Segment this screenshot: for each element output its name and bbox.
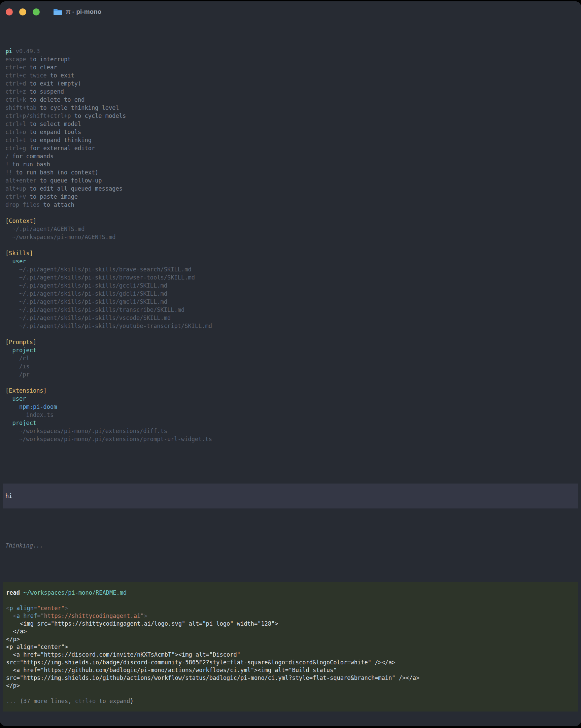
terminal-line: [Extensions] [5,387,581,395]
terminal-line: ~/.pi/agent/AGENTS.md [5,225,581,233]
terminal-line: ctrl+o to expand tools [5,128,581,136]
terminal-line: ctrl+z to suspend [5,87,581,96]
terminal-line: pi v0.49.3 [5,47,581,55]
terminal-content: pi v0.49.3escape to interruptctrl+c to c… [0,22,581,726]
terminal-line: index.ts [5,411,581,419]
terminal-line: escape to interrupt [5,55,581,63]
terminal-line: ~/.pi/agent/skills/pi-skills/vscode/SKIL… [5,314,581,322]
terminal-window: π - pi-mono pi v0.49.3escape to interrup… [0,1,581,726]
terminal-line: /is [5,362,581,370]
terminal-line [5,209,581,217]
terminal-line: [Context] [5,217,581,225]
terminal-line: ~/.pi/agent/skills/pi-skills/brave-searc… [5,265,581,274]
terminal-line: ctrl+c twice to exit [5,71,581,79]
terminal-line: [Skills] [5,249,581,257]
terminal-line: ctrl+c to clear [5,63,581,71]
traffic-lights [6,8,46,16]
thinking-indicator: Thinking... [5,542,581,549]
terminal-line: shift+tab to cycle thinking level [5,104,581,112]
terminal-line: / for commands [5,152,581,160]
window-title: π - pi-mono [65,8,101,16]
terminal-line: ~/.pi/agent/skills/pi-skills/browser-too… [5,274,581,282]
terminal-line: ... (37 more lines, ctrl+o to expand) [6,697,575,705]
zoom-button[interactable] [33,8,40,16]
terminal-line: !! to run bash (no context) [5,168,581,177]
tool-output-read: read ~/workspaces/pi-mono/README.md <p a… [3,582,578,711]
terminal-line: ~/workspaces/pi-mono/.pi/extensions/diff… [5,427,581,435]
user-message-text: hi [5,493,12,499]
terminal-line: ~/.pi/agent/skills/pi-skills/gccli/SKILL… [5,282,581,290]
terminal-line: npm:pi-doom [5,403,581,411]
terminal-line: project [5,419,581,427]
terminal-line: ~/.pi/agent/skills/pi-skills/gdcli/SKILL… [5,290,581,298]
terminal-line [5,379,581,387]
terminal-line: /cl [5,354,581,362]
terminal-line: alt+up to edit all queued messages [5,184,581,192]
terminal-line: src="https://img.shields.io/github/actio… [6,674,575,682]
terminal-line [6,690,575,697]
terminal-line: <a href="https://shittycodingagent.ai"> [6,612,575,620]
terminal-line: user [5,257,581,265]
terminal-line: ~/workspaces/pi-mono/.pi/extensions/prom… [5,435,581,443]
terminal-line: ctrl+d to exit (empty) [5,79,581,87]
terminal-line: ctrl+k to delete to end [5,96,581,104]
terminal-line: [Prompts] [5,338,581,346]
startup-info: pi v0.49.3escape to interruptctrl+c to c… [0,38,581,443]
terminal-line: <p align="center"> [6,604,575,612]
terminal-line: ~/.pi/agent/skills/pi-skills/gmcli/SKILL… [5,298,581,306]
terminal-line: </p> [6,635,575,643]
terminal-line: </a> [6,628,575,635]
close-button[interactable] [6,8,13,16]
terminal-line: <a href="https://github.com/badlogic/pi-… [6,667,575,674]
terminal-line [6,597,575,604]
terminal-line: <img src="https://shittycodingagent.ai/l… [6,620,575,628]
terminal-line: <a href="https://discord.com/invite/nKXT… [6,651,575,659]
user-message: hi [3,484,578,509]
terminal-line: ! to run bash [5,160,581,168]
terminal-line: ~/workspaces/pi-mono/AGENTS.md [5,233,581,241]
terminal-line: ctrl+v to paste image [5,192,581,201]
title-bar[interactable]: π - pi-mono [0,1,581,22]
terminal-line: ~/.pi/agent/skills/pi-skills/youtube-tra… [5,322,581,330]
terminal-line: <p align="center"> [6,643,575,651]
minimize-button[interactable] [19,8,26,16]
terminal-line [5,241,581,249]
terminal-line: ~/.pi/agent/skills/pi-skills/transcribe/… [5,306,581,314]
terminal-line: ctrl+p/shift+ctrl+p to cycle models [5,112,581,120]
terminal-line: user [5,395,581,403]
terminal-line: src="https://img.shields.io/badge/discor… [6,659,575,667]
terminal-line: ctrl+l to select model [5,120,581,128]
terminal-line: read ~/workspaces/pi-mono/README.md [6,589,575,597]
terminal-line: ctrl+t to expand thinking [5,136,581,144]
terminal-line: drop files to attach [5,201,581,209]
terminal-line [5,330,581,338]
folder-icon [53,8,62,16]
terminal-line: </p> [6,682,575,690]
terminal-line: ctrl+g for external editor [5,144,581,152]
terminal-line: project [5,346,581,354]
terminal-line: /pr [5,370,581,379]
terminal-line: alt+enter to queue follow-up [5,177,581,184]
